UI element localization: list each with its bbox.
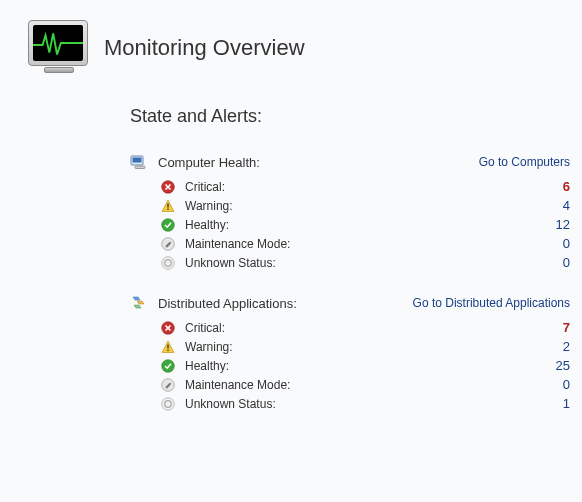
category-distributed-applications: Distributed Applications: Go to Distribu…: [130, 294, 570, 413]
status-label: Maintenance Mode:: [185, 378, 290, 392]
maintenance-icon: [160, 236, 175, 251]
page-title: Monitoring Overview: [104, 35, 305, 61]
status-row-critical: Critical: 6: [130, 177, 570, 196]
section-heading: State and Alerts:: [130, 106, 562, 127]
healthy-icon: [160, 217, 175, 232]
go-to-distributed-applications-link[interactable]: Go to Distributed Applications: [413, 296, 570, 310]
critical-icon: [160, 179, 175, 194]
status-value: 0: [563, 255, 570, 270]
status-label: Critical:: [185, 321, 225, 335]
status-value: 12: [556, 217, 570, 232]
status-value: 7: [563, 320, 570, 335]
status-label: Unknown Status:: [185, 256, 276, 270]
status-label: Warning:: [185, 199, 233, 213]
status-value: 4: [563, 198, 570, 213]
status-value: 2: [563, 339, 570, 354]
svg-point-9: [161, 256, 174, 269]
healthy-icon: [160, 358, 175, 373]
category-title: Distributed Applications:: [158, 296, 297, 311]
svg-rect-2: [135, 166, 145, 169]
computer-icon: [130, 153, 148, 171]
unknown-icon: [160, 396, 175, 411]
page-header: Monitoring Overview: [28, 20, 562, 76]
unknown-icon: [160, 255, 175, 270]
svg-point-18: [161, 359, 174, 372]
status-label: Healthy:: [185, 218, 229, 232]
warning-icon: [160, 339, 175, 354]
status-label: Warning:: [185, 340, 233, 354]
status-value: 1: [563, 396, 570, 411]
status-value: 0: [563, 236, 570, 251]
critical-icon: [160, 320, 175, 335]
svg-marker-13: [134, 305, 141, 308]
status-row-maintenance: Maintenance Mode: 0: [130, 375, 570, 394]
status-row-warning: Warning: 2: [130, 337, 570, 356]
svg-rect-5: [167, 203, 168, 207]
status-row-healthy: Healthy: 25: [130, 356, 570, 375]
status-row-unknown: Unknown Status: 0: [130, 253, 570, 272]
status-row-unknown: Unknown Status: 1: [130, 394, 570, 413]
category-computer-health: Computer Health: Go to Computers Critica…: [130, 153, 570, 272]
status-label: Critical:: [185, 180, 225, 194]
status-row-maintenance: Maintenance Mode: 0: [130, 234, 570, 253]
status-row-critical: Critical: 7: [130, 318, 570, 337]
warning-icon: [160, 198, 175, 213]
status-label: Healthy:: [185, 359, 229, 373]
category-title: Computer Health:: [158, 155, 260, 170]
svg-rect-17: [167, 349, 168, 350]
status-label: Maintenance Mode:: [185, 237, 290, 251]
svg-rect-1: [133, 158, 142, 163]
status-row-warning: Warning: 4: [130, 196, 570, 215]
status-value: 0: [563, 377, 570, 392]
distributed-apps-icon: [130, 294, 148, 312]
svg-point-7: [161, 218, 174, 231]
svg-marker-12: [137, 301, 144, 304]
go-to-computers-link[interactable]: Go to Computers: [479, 155, 570, 169]
monitor-heartbeat-icon: [28, 20, 90, 76]
svg-point-20: [161, 397, 174, 410]
svg-rect-16: [167, 344, 168, 348]
status-row-healthy: Healthy: 12: [130, 215, 570, 234]
status-value: 6: [563, 179, 570, 194]
maintenance-icon: [160, 377, 175, 392]
status-label: Unknown Status:: [185, 397, 276, 411]
status-value: 25: [556, 358, 570, 373]
svg-rect-6: [167, 208, 168, 209]
svg-marker-11: [133, 297, 140, 300]
